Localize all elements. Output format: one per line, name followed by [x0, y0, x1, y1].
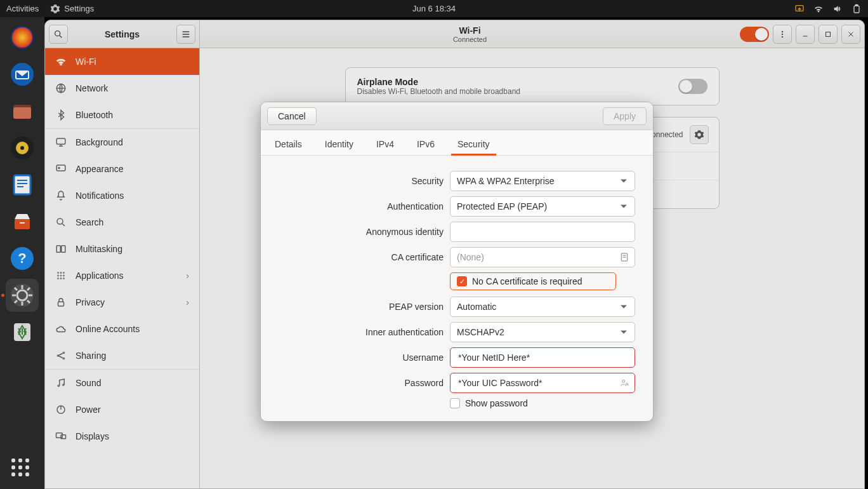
label-password: Password — [279, 378, 444, 388]
label-security: Security — [279, 176, 444, 186]
label-username: Username — [279, 352, 444, 363]
no-ca-label: No CA certificate is required — [472, 276, 582, 286]
ca-cert-chooser[interactable]: (None) — [450, 247, 635, 267]
inner-auth-select[interactable]: MSCHAPv2 — [450, 322, 635, 342]
apply-button[interactable]: Apply — [603, 107, 647, 125]
user-key-icon — [619, 378, 629, 388]
tab-security[interactable]: Security — [455, 133, 492, 155]
tab-details[interactable]: Details — [272, 133, 305, 155]
dialog-header: Cancel Apply — [261, 102, 653, 130]
show-password-label: Show password — [465, 398, 528, 408]
show-password-row[interactable]: Show password — [450, 398, 635, 408]
anon-identity-input[interactable] — [450, 222, 635, 242]
peap-version-select[interactable]: Automatic — [450, 297, 635, 317]
password-input[interactable] — [450, 373, 635, 393]
label-inner-auth: Inner authentication — [279, 327, 444, 337]
no-ca-required-box[interactable]: ✓ No CA certificate is required — [450, 272, 616, 290]
tab-identity[interactable]: Identity — [322, 133, 356, 155]
username-input[interactable] — [450, 347, 635, 368]
label-anon-identity: Anonymous identity — [279, 227, 444, 237]
no-ca-checkbox[interactable]: ✓ — [457, 276, 467, 286]
tab-ipv6[interactable]: IPv6 — [414, 133, 437, 155]
dialog-form: Security WPA & WPA2 Enterprise Authentic… — [261, 156, 653, 421]
file-icon — [619, 252, 629, 262]
label-ca-cert: CA certificate — [279, 252, 444, 262]
label-auth: Authentication — [279, 201, 444, 211]
svg-point-72 — [622, 380, 625, 382]
wifi-security-dialog: Cancel Apply DetailsIdentityIPv4IPv6Secu… — [260, 102, 654, 422]
dialog-tabs: DetailsIdentityIPv4IPv6Security — [261, 130, 653, 156]
show-password-checkbox[interactable] — [450, 398, 460, 408]
security-select[interactable]: WPA & WPA2 Enterprise — [450, 171, 635, 191]
cancel-button[interactable]: Cancel — [267, 107, 317, 125]
tab-ipv4[interactable]: IPv4 — [374, 133, 397, 155]
authentication-select[interactable]: Protected EAP (PEAP) — [450, 196, 635, 217]
label-peap-version: PEAP version — [279, 302, 444, 312]
